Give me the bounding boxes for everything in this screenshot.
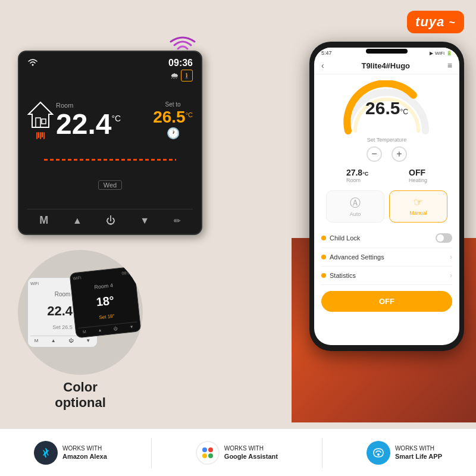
child-lock-toggle[interactable] [436, 233, 452, 243]
statistics-dot [321, 273, 326, 278]
therm-time: 09:36 [168, 58, 193, 68]
edit-button[interactable]: ✏ [174, 216, 181, 226]
set-temp-unit: °C [186, 111, 193, 118]
tuya-logo-text: tuya [415, 14, 444, 29]
power-button[interactable]: ⏻ [106, 215, 115, 226]
child-lock-label: Child Lock [330, 234, 360, 242]
svg-rect-4 [42, 119, 46, 124]
color-variants-section: WiFi 09:36 Room 22.4° Set 26.5 M▲⏻▼ WiFi… [18, 250, 143, 411]
set-to-label: Set to [165, 101, 181, 108]
phone-outer: 5:47 ▶ WiFi 🔋 ‹ T9lite4#Hugo ≡ [309, 42, 464, 351]
tuya-logo: tuya [407, 11, 464, 33]
svg-point-1 [32, 64, 34, 66]
clock-icon: 🕐 [167, 127, 180, 140]
color-label: Color optional [18, 380, 143, 411]
temp-increase-button[interactable]: + [392, 146, 407, 162]
color-circle: WiFi 09:36 Room 22.4° Set 26.5 M▲⏻▼ WiFi… [18, 250, 143, 375]
manual-mode-button[interactable]: ☞ Manual [389, 190, 447, 223]
mode-row: Ⓐ Auto ☞ Manual [314, 187, 459, 226]
gauge-temp-unit: °C [400, 108, 408, 116]
gauge-controls: − + [367, 146, 407, 162]
gauge-temp-value: 26.5 [365, 98, 400, 118]
set-temp: 26.5 [153, 109, 186, 126]
up-button[interactable]: ▲ [73, 215, 82, 226]
off-button[interactable]: OFF [321, 291, 452, 312]
phone-mockup: 5:47 ▶ WiFi 🔋 ‹ T9lite4#Hugo ≡ [309, 42, 464, 351]
phone-notch [366, 49, 408, 54]
gauge-label: Set Temperature [367, 137, 406, 143]
advanced-settings-label: Advanced Settings [330, 253, 384, 261]
smart-life-icon [367, 441, 390, 465]
black-variant: WiFi 08:58 Room 4 18° Set 18° M▲⏻▼ [70, 267, 142, 339]
advanced-dot [321, 255, 326, 259]
wifi-icon-therm [27, 58, 38, 67]
alexa-badge: WORKS WITH Amazon Alexa [34, 441, 107, 465]
advanced-settings-item[interactable]: Advanced Settings › [321, 248, 452, 267]
child-lock-dot [321, 236, 326, 240]
auto-mode-button[interactable]: Ⓐ Auto [326, 190, 384, 223]
svg-rect-3 [36, 118, 40, 127]
smart-life-badge: WORKS WITH Smart Life APP [367, 441, 442, 465]
thermostat-black: 09:36 🌧 🚶 Room [18, 51, 202, 235]
phone-header: ‹ T9lite4#Hugo ≡ [314, 58, 459, 74]
gauge-svg-container: 26.5°C [336, 80, 437, 137]
heating-status-value: OFF [409, 168, 425, 177]
statistics-label: Statistics [330, 272, 356, 279]
alexa-icon [34, 441, 58, 465]
gauge-temp-display: 26.5°C [365, 98, 408, 118]
therm-main-display: Room 22.4 °C Set to 26.5 °C 🕐 [27, 101, 193, 140]
weather-icon: 🌧 [170, 71, 178, 80]
therm-top-bar: 09:36 🌧 🚶 [27, 58, 193, 82]
settings-list: Child Lock Advanced Settings › Statistic… [314, 226, 459, 287]
therm-buttons-row: M ▲ ⏻ ▼ ✏ [27, 209, 193, 227]
schedule-icon: 🚶 [181, 70, 193, 82]
heating-label: Heating [409, 177, 427, 183]
status-time: 5:47 [321, 50, 332, 56]
mode-button[interactable]: M [39, 214, 48, 227]
phone-title: T9lite4#Hugo [361, 61, 410, 70]
divider-2 [322, 438, 322, 468]
room-temp-value: 27.8°C [346, 168, 368, 177]
room-label: Room [346, 177, 361, 183]
more-icon[interactable]: ≡ [447, 61, 452, 70]
alexa-text: WORKS WITH Amazon Alexa [62, 444, 107, 461]
house-heating-left [27, 101, 54, 139]
house-svg [27, 101, 54, 131]
main-temp: 22.4 [56, 110, 111, 139]
temps-display: Room 22.4 °C [56, 102, 151, 139]
google-text: WORKS WITH Google Assistant [224, 444, 278, 461]
divider-1 [151, 438, 152, 468]
day-display: Wed [98, 180, 122, 190]
temp-unit: °C [111, 114, 121, 123]
set-to-section: Set to 26.5 °C 🕐 [153, 101, 193, 140]
status-icons: ▶ WiFi 🔋 [430, 51, 452, 56]
google-icon [196, 441, 220, 465]
down-button[interactable]: ▼ [140, 215, 149, 226]
heating-status-item: OFF Heating [409, 168, 427, 183]
back-icon[interactable]: ‹ [321, 61, 324, 70]
svg-point-6 [377, 453, 380, 456]
heating-line [44, 159, 176, 161]
advanced-chevron: › [450, 253, 452, 261]
room-heating-row: 27.8°C Room OFF Heating [314, 164, 459, 187]
bottom-badges: WORKS WITH Amazon Alexa WORKS WITH Googl… [0, 428, 476, 476]
smart-life-text: WORKS WITH Smart Life APP [395, 444, 442, 461]
statistics-chevron: › [450, 271, 452, 280]
temp-decrease-button[interactable]: − [367, 146, 382, 162]
google-badge: WORKS WITH Google Assistant [196, 441, 278, 465]
room-temp-item: 27.8°C Room [346, 168, 368, 183]
auto-icon: Ⓐ [350, 196, 361, 210]
manual-icon: ☞ [414, 196, 423, 209]
child-lock-item: Child Lock [321, 228, 452, 248]
phone-screen: 5:47 ▶ WiFi 🔋 ‹ T9lite4#Hugo ≡ [314, 48, 459, 345]
gauge-area: 26.5°C Set Temperature − + [314, 74, 459, 164]
statistics-item[interactable]: Statistics › [321, 267, 452, 285]
